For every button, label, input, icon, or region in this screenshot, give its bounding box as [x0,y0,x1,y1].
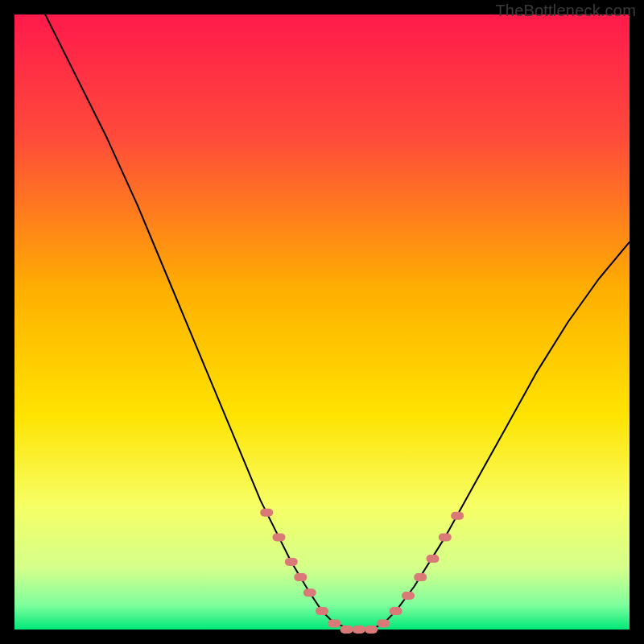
marker-point [328,619,341,627]
marker-point [402,592,415,600]
marker-point [414,573,427,581]
marker-point [285,558,298,566]
chart-svg [14,14,630,630]
marker-point [365,625,378,634]
chart-frame [14,14,630,630]
marker-point [377,619,390,627]
watermark-text: TheBottleneck.com [495,2,636,20]
marker-point [451,512,464,520]
marker-point [260,509,273,517]
marker-point [427,555,440,563]
marker-point [390,607,402,615]
marker-point [316,607,328,615]
marker-point [273,533,286,541]
marker-point [439,533,452,541]
marker-point [353,625,365,634]
bottleneck-curve-path [45,14,630,630]
marker-point [341,625,353,634]
marker-point [303,588,316,597]
highlighted-markers [260,509,464,634]
marker-point [294,573,307,581]
